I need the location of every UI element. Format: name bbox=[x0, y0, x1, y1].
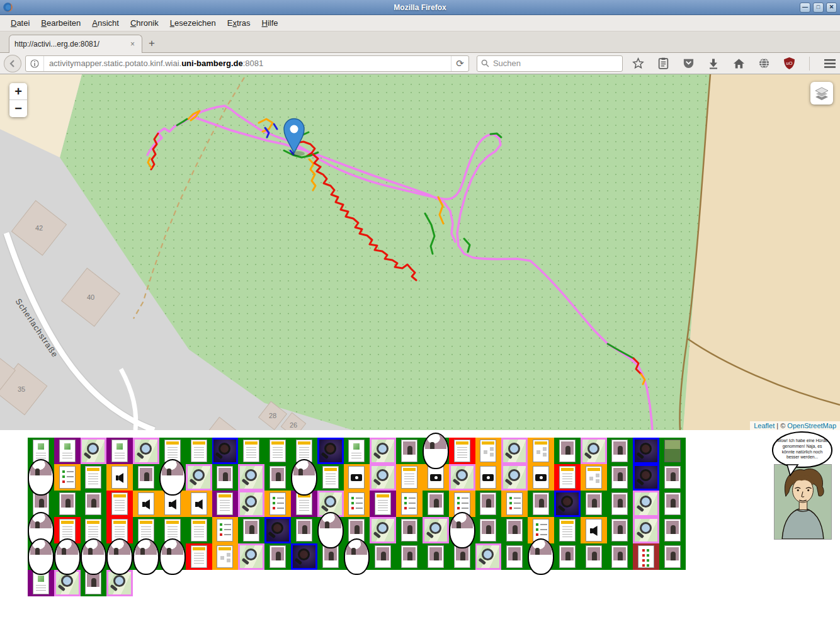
activity-tile[interactable] bbox=[264, 464, 291, 491]
activity-tile[interactable] bbox=[133, 543, 159, 570]
activity-tile[interactable] bbox=[344, 464, 370, 491]
activity-tile[interactable] bbox=[554, 517, 581, 543]
activity-tile[interactable] bbox=[133, 464, 159, 491]
activity-tile[interactable] bbox=[186, 464, 212, 491]
leaflet-link[interactable]: Leaflet bbox=[754, 422, 775, 429]
activity-tile[interactable] bbox=[54, 438, 81, 464]
activity-tile[interactable] bbox=[317, 517, 344, 543]
activity-tile[interactable] bbox=[633, 438, 659, 464]
home-icon[interactable] bbox=[732, 57, 745, 70]
activity-tile[interactable] bbox=[238, 517, 264, 543]
activity-tile[interactable] bbox=[475, 464, 502, 491]
activity-tile[interactable] bbox=[317, 438, 344, 464]
activity-tile[interactable] bbox=[186, 543, 212, 570]
layers-control[interactable] bbox=[810, 82, 833, 105]
reading-list-icon[interactable] bbox=[657, 57, 669, 70]
leaflet-map[interactable]: 42403537282623 Scherlachstraße + − Leafl… bbox=[0, 74, 840, 430]
activity-tile[interactable] bbox=[659, 517, 686, 543]
activity-tile[interactable] bbox=[659, 438, 686, 464]
hamburger-menu-icon[interactable] bbox=[824, 57, 836, 70]
new-tab-button[interactable]: + bbox=[142, 36, 161, 52]
activity-tile[interactable] bbox=[186, 517, 212, 543]
menu-item-ansicht[interactable]: Ansicht bbox=[86, 16, 125, 30]
sphere-icon[interactable] bbox=[758, 57, 770, 70]
activity-tile[interactable] bbox=[54, 543, 81, 570]
activity-tile[interactable] bbox=[133, 491, 159, 517]
activity-tile[interactable] bbox=[54, 464, 81, 491]
minimize-button[interactable]: — bbox=[800, 3, 810, 13]
activity-tile[interactable] bbox=[396, 543, 423, 570]
activity-tile[interactable] bbox=[475, 491, 502, 517]
openstreetmap-link[interactable]: OpenStreetMap bbox=[787, 422, 836, 429]
activity-tile[interactable] bbox=[54, 491, 81, 517]
activity-tile[interactable] bbox=[344, 543, 370, 570]
zoom-in-button[interactable]: + bbox=[9, 83, 27, 100]
activity-tile[interactable] bbox=[291, 517, 317, 543]
activity-tile[interactable] bbox=[633, 464, 659, 491]
activity-tile[interactable] bbox=[449, 517, 475, 543]
bookmark-star-icon[interactable] bbox=[632, 57, 644, 70]
activity-tile[interactable] bbox=[212, 438, 239, 464]
activity-tile[interactable] bbox=[633, 491, 659, 517]
activity-tile[interactable] bbox=[212, 491, 239, 517]
activity-tile[interactable] bbox=[423, 438, 449, 464]
activity-tile[interactable] bbox=[106, 543, 133, 570]
activity-tile[interactable] bbox=[449, 438, 475, 464]
activity-tile[interactable] bbox=[106, 464, 133, 491]
menu-item-datei[interactable]: Datei bbox=[5, 16, 35, 30]
activity-tile[interactable] bbox=[528, 464, 554, 491]
maximize-button[interactable]: □ bbox=[813, 3, 824, 13]
menu-item-lesezeichen[interactable]: Lesezeichen bbox=[164, 16, 222, 30]
activity-tile[interactable] bbox=[554, 464, 581, 491]
activity-tile[interactable] bbox=[238, 491, 264, 517]
menu-item-chronik[interactable]: Chronik bbox=[125, 16, 164, 30]
activity-tile[interactable] bbox=[633, 517, 659, 543]
activity-tile[interactable] bbox=[423, 543, 449, 570]
activity-tile[interactable] bbox=[106, 438, 133, 464]
close-button[interactable]: ✕ bbox=[826, 3, 837, 13]
activity-tile[interactable] bbox=[607, 491, 633, 517]
activity-tile[interactable] bbox=[81, 543, 107, 570]
activity-tile[interactable] bbox=[528, 438, 554, 464]
activity-tile[interactable] bbox=[81, 491, 107, 517]
activity-tile[interactable] bbox=[528, 543, 554, 570]
activity-tile[interactable] bbox=[528, 491, 554, 517]
activity-tile[interactable] bbox=[186, 491, 212, 517]
activity-tile[interactable] bbox=[581, 543, 607, 570]
activity-tile[interactable] bbox=[475, 438, 502, 464]
activity-tile[interactable] bbox=[607, 464, 633, 491]
activity-tile[interactable] bbox=[344, 491, 370, 517]
back-button[interactable] bbox=[4, 55, 21, 72]
activity-tile[interactable] bbox=[659, 543, 686, 570]
activity-tile[interactable] bbox=[581, 464, 607, 491]
url-text[interactable]: activitymapper.static.potato.kinf.wiai.u… bbox=[44, 59, 451, 68]
activity-tile[interactable] bbox=[159, 464, 186, 491]
activity-tile[interactable] bbox=[396, 464, 423, 491]
reload-button[interactable]: ⟳ bbox=[451, 56, 468, 71]
activity-tile[interactable] bbox=[607, 438, 633, 464]
downloads-icon[interactable] bbox=[707, 57, 720, 70]
activity-tile[interactable] bbox=[28, 543, 54, 570]
activity-tile[interactable] bbox=[317, 464, 344, 491]
activity-tile[interactable] bbox=[264, 543, 291, 570]
activity-tile[interactable] bbox=[370, 464, 396, 491]
search-input[interactable]: Suchen bbox=[477, 55, 623, 72]
activity-tile[interactable] bbox=[291, 543, 317, 570]
activity-tile[interactable] bbox=[423, 517, 449, 543]
activity-tile[interactable] bbox=[633, 543, 659, 570]
activity-tile[interactable] bbox=[344, 438, 370, 464]
zoom-out-button[interactable]: − bbox=[9, 100, 27, 117]
activity-tile[interactable] bbox=[501, 464, 528, 491]
browser-tab[interactable]: http://activi...erg.de:8081/ × bbox=[9, 35, 142, 53]
activity-tile[interactable] bbox=[554, 491, 581, 517]
activity-tile[interactable] bbox=[370, 438, 396, 464]
menu-item-extras[interactable]: Extras bbox=[222, 16, 256, 30]
activity-tile[interactable] bbox=[291, 464, 317, 491]
activity-tile[interactable] bbox=[423, 491, 449, 517]
pocket-icon[interactable] bbox=[682, 57, 695, 70]
activity-tile[interactable] bbox=[212, 543, 239, 570]
activity-tile[interactable] bbox=[501, 517, 528, 543]
activity-tile[interactable] bbox=[264, 491, 291, 517]
activity-tile[interactable] bbox=[238, 464, 264, 491]
activity-tile[interactable] bbox=[370, 491, 396, 517]
